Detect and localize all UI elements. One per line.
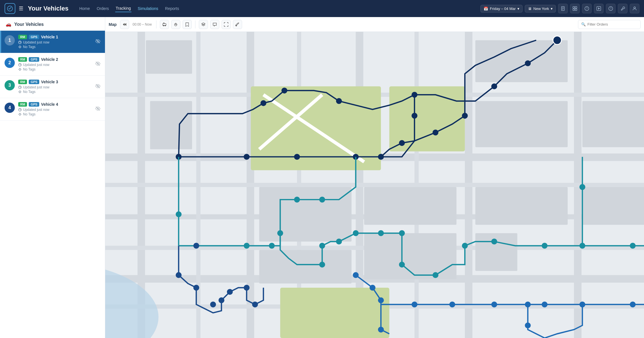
svg-point-135 bbox=[378, 327, 384, 333]
app-header: ☰ Your Vehicles Home Orders Tracking Sim… bbox=[0, 0, 644, 17]
svg-point-96 bbox=[336, 239, 342, 244]
svg-point-80 bbox=[412, 113, 418, 119]
svg-point-95 bbox=[319, 243, 325, 249]
map-area: Map 00:00 – Now bbox=[105, 17, 644, 338]
svg-point-79 bbox=[399, 140, 405, 146]
vehicle-item-1[interactable]: 1 RM GPS Vehicle 1 Updated just now No T… bbox=[0, 31, 105, 53]
header-right-controls: 📅 Friday – 04 Mar ▾ 🖥 New York ▾ ? ? bbox=[480, 4, 639, 13]
hand-tool-btn[interactable] bbox=[171, 20, 180, 29]
svg-rect-47 bbox=[105, 183, 644, 187]
svg-point-136 bbox=[553, 36, 562, 45]
date-picker[interactable]: 📅 Friday – 04 Mar ▾ bbox=[480, 5, 523, 13]
vehicle-info-2: RM GPS Vehicle 2 Updated just now No Tag… bbox=[18, 57, 92, 71]
svg-point-102 bbox=[462, 243, 468, 249]
location-chevron: ▾ bbox=[551, 7, 553, 11]
svg-point-14 bbox=[634, 7, 635, 9]
svg-point-127 bbox=[630, 302, 636, 308]
nav-reports[interactable]: Reports bbox=[164, 5, 179, 12]
nav-simulations[interactable]: Simulations bbox=[137, 5, 159, 12]
svg-point-115 bbox=[218, 297, 224, 303]
vehicle-name-4: Vehicle 4 bbox=[41, 102, 58, 107]
active-edge-indicator bbox=[0, 31, 1, 53]
svg-point-105 bbox=[579, 243, 585, 249]
vehicle-number-3: 3 bbox=[5, 80, 15, 90]
bookmark-btn[interactable] bbox=[183, 20, 192, 29]
svg-point-75 bbox=[244, 154, 250, 160]
eye-toggle-2[interactable] bbox=[95, 61, 100, 67]
play-icon-btn[interactable] bbox=[594, 4, 604, 13]
map-canvas[interactable] bbox=[105, 32, 644, 338]
tag-rm-1: RM bbox=[18, 35, 27, 39]
vehicle-info-3: RM GPS Vehicle 3 Updated just now No Tag… bbox=[18, 80, 92, 94]
vehicle-updated-3: Updated just now bbox=[18, 85, 92, 89]
svg-point-114 bbox=[210, 302, 216, 308]
user-icon-btn[interactable] bbox=[630, 4, 639, 13]
page-title: Your Vehicles bbox=[28, 5, 69, 12]
tag-gps-4: GPS bbox=[29, 102, 39, 107]
svg-point-123 bbox=[491, 302, 497, 308]
svg-point-120 bbox=[378, 297, 384, 303]
nav-tracking[interactable]: Tracking bbox=[115, 5, 131, 12]
svg-point-76 bbox=[294, 154, 300, 160]
nav-home[interactable]: Home bbox=[79, 5, 90, 12]
sidebar-header: 🚗 Your Vehicles bbox=[0, 17, 105, 31]
question-icon-btn[interactable]: ? bbox=[606, 4, 616, 13]
svg-point-99 bbox=[399, 230, 405, 236]
expand-btn[interactable] bbox=[222, 20, 231, 29]
tag-gps-1: GPS bbox=[29, 35, 39, 39]
filter-search-icon: 🔍 bbox=[581, 22, 586, 26]
tag-rm-3: RM bbox=[18, 80, 27, 84]
date-chevron: ▾ bbox=[517, 7, 519, 11]
svg-point-92 bbox=[277, 230, 283, 236]
svg-point-30 bbox=[163, 25, 164, 26]
paint-btn[interactable] bbox=[233, 20, 242, 29]
vehicle-updated-4: Updated just now bbox=[18, 108, 92, 112]
eye-toggle-4[interactable] bbox=[95, 106, 100, 112]
app-logo[interactable] bbox=[5, 3, 15, 14]
svg-point-94 bbox=[319, 197, 325, 203]
layers-btn[interactable] bbox=[199, 20, 208, 29]
filter-orders-input[interactable] bbox=[587, 22, 637, 26]
vehicle-item-3[interactable]: 3 RM GPS Vehicle 3 Updated just now No T… bbox=[0, 76, 105, 98]
svg-point-31 bbox=[165, 25, 166, 26]
comment-btn[interactable] bbox=[210, 20, 219, 29]
vehicle-view-btn[interactable] bbox=[160, 20, 169, 29]
calendar-icon: 📅 bbox=[484, 7, 488, 11]
help-icon-btn[interactable]: ? bbox=[582, 4, 592, 13]
svg-rect-59 bbox=[475, 40, 568, 82]
eye-toggle-3[interactable] bbox=[95, 84, 100, 90]
svg-point-98 bbox=[378, 230, 384, 236]
location-label: New York bbox=[533, 7, 549, 11]
grid-icon-btn[interactable] bbox=[570, 4, 580, 13]
vehicle-header-icon: 🚗 bbox=[6, 22, 11, 27]
svg-point-111 bbox=[579, 184, 585, 190]
svg-point-85 bbox=[336, 98, 342, 104]
svg-point-88 bbox=[412, 92, 418, 98]
svg-rect-58 bbox=[150, 101, 192, 149]
svg-rect-70 bbox=[582, 187, 644, 225]
map-visualization bbox=[105, 32, 644, 338]
vehicle-tags-label-1: No Tags bbox=[18, 45, 92, 49]
svg-rect-5 bbox=[575, 7, 577, 8]
location-selector[interactable]: 🖥 New York ▾ bbox=[525, 5, 556, 13]
vehicle-name-1: Vehicle 1 bbox=[41, 35, 58, 39]
tag-rm-2: RM bbox=[18, 57, 27, 62]
svg-rect-63 bbox=[259, 187, 352, 242]
svg-rect-53 bbox=[280, 288, 389, 338]
monitor-icon: 🖥 bbox=[528, 7, 532, 11]
svg-point-83 bbox=[491, 83, 497, 89]
rewind-btn[interactable] bbox=[120, 20, 129, 29]
vehicle-item-2[interactable]: 2 RM GPS Vehicle 2 Updated just now No T… bbox=[0, 53, 105, 76]
menu-icon[interactable]: ☰ bbox=[19, 5, 23, 12]
svg-marker-27 bbox=[123, 23, 125, 26]
sidebar-title: Your Vehicles bbox=[14, 22, 44, 27]
svg-point-125 bbox=[542, 302, 548, 308]
vehicle-updated-1: Updated just now bbox=[18, 40, 92, 44]
wrench-icon-btn[interactable] bbox=[618, 4, 628, 13]
svg-rect-4 bbox=[573, 7, 575, 8]
svg-point-78 bbox=[378, 154, 384, 160]
vehicle-item-4[interactable]: 4 RM GPS Vehicle 4 Updated just now No T… bbox=[0, 98, 105, 121]
document-icon-btn[interactable] bbox=[558, 4, 568, 13]
nav-orders[interactable]: Orders bbox=[96, 5, 110, 12]
eye-toggle-1[interactable] bbox=[95, 39, 100, 45]
